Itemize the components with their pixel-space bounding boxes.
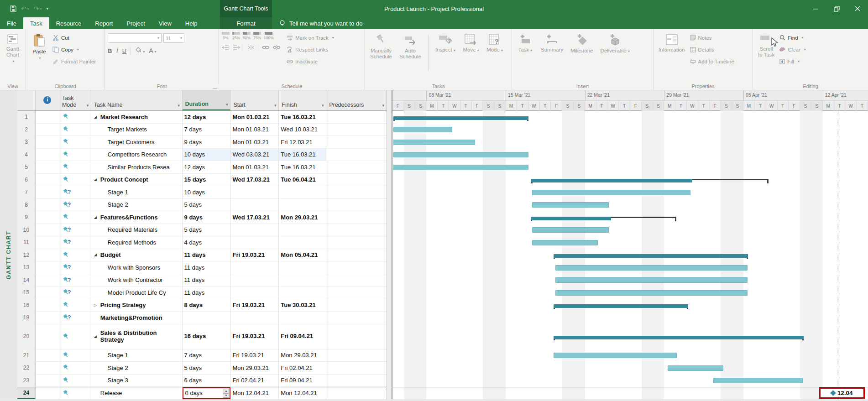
finish-cell[interactable]: Tue 16.03.21 [279, 111, 326, 123]
format-painter-button[interactable]: Format Painter [52, 57, 96, 66]
expand-open-icon[interactable]: ◢ [94, 253, 100, 257]
inactivate-button[interactable]: Inactivate [287, 57, 334, 66]
task-mode-cell[interactable] [59, 149, 91, 161]
timeline-header[interactable]: 08 Mar '2115 Mar '2122 Mar '2129 Mar '21… [392, 90, 868, 111]
task-name-cell[interactable]: ◢Market Research [91, 111, 183, 123]
task-name-cell[interactable]: Target Customers [91, 136, 183, 148]
row-number[interactable]: 9 [17, 211, 36, 224]
predecessors-cell[interactable] [326, 387, 387, 399]
milestone-diamond-icon[interactable] [830, 390, 836, 396]
cut-button[interactable]: Cut [52, 33, 96, 42]
gantt-task-bar[interactable] [532, 240, 598, 245]
expand-open-icon[interactable]: ◢ [94, 177, 100, 182]
row-number[interactable]: 16 [17, 299, 36, 312]
row-number[interactable]: 15 [17, 286, 36, 299]
task-name-cell[interactable]: ◢Sales & Distribution Strategy [91, 324, 183, 349]
duration-column-header[interactable]: Duration▼ [183, 90, 231, 110]
task-mode-cell[interactable] [59, 375, 91, 387]
finish-cell[interactable]: Tue 06.04.21 [279, 174, 326, 186]
finish-cell[interactable]: Mon 05.04.21 [279, 249, 326, 261]
gantt-task-bar[interactable] [393, 140, 475, 145]
info-cell[interactable] [36, 324, 59, 349]
find-button[interactable]: Find [779, 33, 806, 42]
finish-cell[interactable]: Wed 10.03.21 [279, 124, 326, 136]
spinner-down-icon[interactable]: ▼ [223, 393, 229, 398]
start-cell[interactable]: Fri 19.03.21 [230, 349, 279, 362]
row-number[interactable]: 7 [17, 186, 36, 198]
italic-button[interactable]: I [116, 47, 118, 54]
font-color-button[interactable]: A [149, 47, 156, 54]
task-name-cell[interactable]: ◢Budget [91, 249, 183, 261]
task-mode-cell[interactable] [59, 174, 91, 186]
predecessors-cell[interactable] [326, 312, 387, 324]
duration-cell[interactable]: 7 days [183, 349, 231, 362]
gantt-task-bar[interactable] [393, 152, 528, 157]
info-cell[interactable] [36, 149, 59, 161]
tab-project[interactable]: Project [120, 17, 152, 29]
duration-cell[interactable]: 12 days [183, 111, 231, 123]
task-mode-cell[interactable] [59, 111, 91, 123]
font-dialog-launcher[interactable] [213, 84, 217, 89]
font-name-select[interactable]: ▾ [108, 33, 162, 43]
finish-cell[interactable]: Fri 09.04.21 [279, 375, 326, 387]
gantt-task-bar[interactable] [713, 378, 803, 383]
info-cell[interactable] [36, 236, 59, 249]
finish-cell[interactable] [279, 236, 326, 249]
task-name-cell[interactable]: Stage 2 [91, 199, 183, 211]
gantt-task-bar[interactable] [393, 127, 452, 132]
start-cell[interactable] [230, 312, 279, 324]
start-cell[interactable]: Wed 17.03.21 [230, 211, 279, 224]
customize-qat-icon[interactable]: ▾ [47, 6, 49, 11]
tab-format[interactable]: Format [220, 17, 272, 29]
predecessors-cell[interactable] [326, 174, 387, 186]
filter-caret-icon[interactable]: ▼ [321, 104, 324, 108]
filter-caret-icon[interactable]: ▼ [177, 104, 181, 108]
duration-cell[interactable]: 9 days [183, 136, 231, 148]
finish-cell[interactable]: Tue 16.03.21 [279, 149, 326, 161]
predecessors-cell[interactable] [326, 161, 387, 173]
restore-button[interactable] [826, 0, 847, 17]
row-number[interactable]: 6 [17, 174, 36, 186]
percent-75-button[interactable]: 75% [253, 32, 261, 40]
tell-me-box[interactable]: Tell me what you want to do [279, 17, 362, 29]
row-number[interactable]: 20 [17, 324, 36, 349]
undo-icon[interactable]: ↶▾ [21, 5, 29, 12]
duration-cell[interactable]: 9 days [183, 211, 231, 224]
task-name-cell[interactable]: Work with Contractor [91, 274, 183, 286]
info-cell[interactable] [36, 261, 59, 274]
start-cell[interactable]: Wed 17.03.21 [230, 174, 279, 186]
task-mode-cell[interactable]: ? [59, 261, 91, 274]
tab-file[interactable]: File [0, 17, 23, 29]
clear-button[interactable]: Clear [779, 45, 806, 54]
info-cell[interactable] [36, 111, 59, 123]
finish-cell[interactable]: Mon 29.03.21 [279, 349, 326, 362]
start-cell[interactable]: Mon 01.03.21 [230, 111, 279, 123]
details-button[interactable]: Details [690, 45, 734, 54]
predecessors-cell[interactable] [326, 136, 387, 148]
task-name-cell[interactable]: Required Methods [91, 236, 183, 249]
mode-button[interactable]: ? Mode [484, 32, 505, 81]
predecessors-column-header[interactable]: Predecessors▼ [326, 90, 387, 110]
insert-deliverable-button[interactable]: Deliverable [598, 32, 632, 81]
duration-cell[interactable]: 5 days [183, 224, 231, 236]
duration-cell[interactable]: 10 days [183, 186, 231, 198]
predecessors-cell[interactable] [326, 236, 387, 249]
gantt-task-bar[interactable] [393, 165, 528, 170]
gantt-task-bar[interactable] [532, 227, 609, 233]
duration-cell[interactable]: 5 days [183, 362, 231, 374]
info-cell[interactable] [36, 224, 59, 236]
task-mode-cell[interactable] [59, 211, 91, 224]
respect-links-button[interactable]: Respect Links [287, 45, 334, 54]
duration-cell[interactable]: 10 days [183, 149, 231, 161]
percent-25-button[interactable]: 25% [232, 32, 240, 40]
info-cell[interactable] [36, 186, 59, 198]
row-number[interactable]: 3 [17, 136, 36, 148]
start-cell[interactable]: Mon 01.03.21 [230, 161, 279, 173]
start-cell[interactable]: Fri 19.03.21 [230, 299, 279, 312]
info-cell[interactable] [36, 174, 59, 186]
move-button[interactable]: Move [460, 32, 481, 81]
task-mode-cell[interactable]: ? [59, 274, 91, 286]
predecessors-cell[interactable] [326, 199, 387, 211]
task-name-cell[interactable]: Target Markets [91, 124, 183, 136]
info-cell[interactable] [36, 286, 59, 299]
